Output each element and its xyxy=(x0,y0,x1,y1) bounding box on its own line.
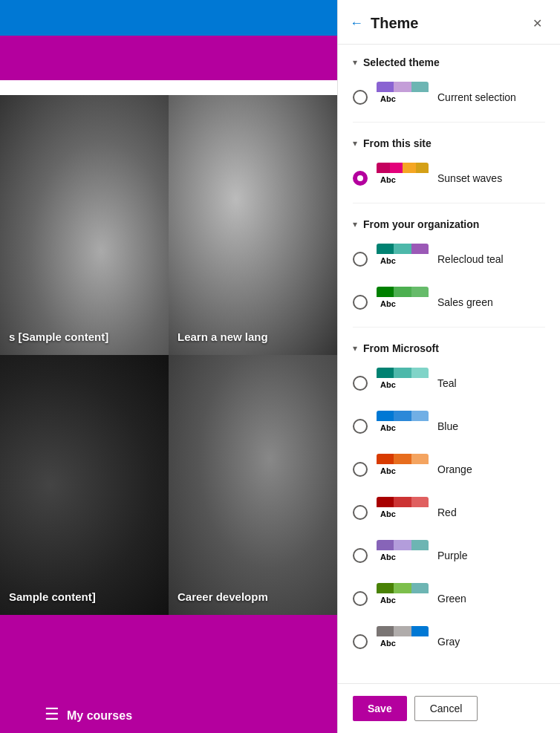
swatch-teal: Abc xyxy=(377,368,429,399)
chevron-down-icon: ▾ xyxy=(353,57,357,68)
chevron-down-icon-2: ▾ xyxy=(353,138,357,149)
bottom-bar: ☰ My courses xyxy=(0,615,337,733)
radio-orange[interactable] xyxy=(353,462,368,477)
swatch-abc-current: Abc xyxy=(377,92,429,105)
top-bar xyxy=(0,0,337,36)
card2-label: Learn a new lang xyxy=(178,330,268,343)
swatch-abc-red: Abc xyxy=(377,507,429,521)
theme-name-current-selection: Current selection xyxy=(437,91,516,103)
option-current-selection[interactable]: Abc Current selection xyxy=(353,76,545,119)
image-grid: s [Sample content] Learn a new lang Samp… xyxy=(0,95,337,615)
panel-header-left: ← Theme xyxy=(350,15,418,32)
swatch-sunset-waves: Abc xyxy=(377,163,429,194)
card-handshake: s [Sample content] xyxy=(0,95,169,355)
swatch-orange: Abc xyxy=(377,454,429,485)
card3-label: Sample content] xyxy=(9,590,96,603)
theme-name-relecloud-teal: Relecloud teal xyxy=(437,253,504,265)
option-sales-green[interactable]: Abc Sales green xyxy=(353,281,545,324)
theme-name-green: Green xyxy=(437,593,466,605)
card-team: Career developm xyxy=(169,355,337,615)
theme-name-gray: Gray xyxy=(437,636,460,648)
swatch-abc-orange: Abc xyxy=(377,464,429,478)
section-selected-theme[interactable]: ▾ Selected theme xyxy=(353,45,545,76)
swatch-sales-green: Abc xyxy=(377,287,429,318)
swatch-gray: Abc xyxy=(377,626,429,657)
chevron-down-icon-3: ▾ xyxy=(353,219,357,229)
chevron-down-icon-4: ▾ xyxy=(353,343,357,354)
swatch-abc-purple: Abc xyxy=(377,550,429,564)
section-from-this-site[interactable]: ▾ From this site xyxy=(353,126,545,157)
swatch-relecloud-teal: Abc xyxy=(377,244,429,275)
radio-teal[interactable] xyxy=(353,376,368,391)
back-icon: ← xyxy=(350,16,363,31)
my-courses-icon: ☰ xyxy=(45,705,59,724)
panel-footer: Save Cancel xyxy=(338,683,560,733)
radio-gray[interactable] xyxy=(353,634,368,649)
theme-name-blue: Blue xyxy=(437,420,458,432)
section-from-your-org-label: From your organization xyxy=(363,218,479,230)
radio-blue[interactable] xyxy=(353,419,368,434)
option-green[interactable]: Abc Green xyxy=(353,577,545,620)
panel-title: Theme xyxy=(371,15,418,32)
divider-3 xyxy=(353,327,545,328)
panel-header: ← Theme ✕ xyxy=(338,0,560,45)
swatch-red: Abc xyxy=(377,497,429,528)
radio-red[interactable] xyxy=(353,505,368,520)
option-teal[interactable]: Abc Teal xyxy=(353,362,545,405)
section-from-microsoft-label: From Microsoft xyxy=(363,342,439,354)
section-selected-theme-label: Selected theme xyxy=(363,56,440,68)
close-button[interactable]: ✕ xyxy=(530,13,545,33)
swatch-abc-relecloud: Abc xyxy=(377,254,429,267)
theme-name-teal: Teal xyxy=(437,377,457,389)
theme-name-purple: Purple xyxy=(437,550,467,561)
section-from-this-site-label: From this site xyxy=(363,137,432,149)
close-icon: ✕ xyxy=(533,17,542,30)
radio-current-selection[interactable] xyxy=(353,90,368,105)
swatch-abc-teal: Abc xyxy=(377,378,429,391)
swatch-blue: Abc xyxy=(377,411,429,442)
theme-panel: ← Theme ✕ ▾ Selected theme Abc Current s xyxy=(337,0,560,733)
radio-sunset-waves[interactable] xyxy=(353,171,368,186)
background-content: s [Sample content] Learn a new lang Samp… xyxy=(0,0,337,733)
card1-label: s [Sample content] xyxy=(9,330,108,343)
option-purple[interactable]: Abc Purple xyxy=(353,534,545,577)
option-blue[interactable]: Abc Blue xyxy=(353,405,545,448)
option-gray[interactable]: Abc Gray xyxy=(353,620,545,663)
option-red[interactable]: Abc Red xyxy=(353,491,545,534)
swatch-abc-gray: Abc xyxy=(377,636,429,650)
cancel-button[interactable]: Cancel xyxy=(414,696,478,721)
swatch-abc-green: Abc xyxy=(377,593,429,607)
theme-name-orange: Orange xyxy=(437,463,472,475)
radio-purple[interactable] xyxy=(353,548,368,563)
divider-2 xyxy=(353,203,545,203)
card4-label: Career developm xyxy=(178,590,268,603)
divider-1 xyxy=(353,122,545,123)
radio-sales-green[interactable] xyxy=(353,295,368,310)
section-from-your-org[interactable]: ▾ From your organization xyxy=(353,206,545,238)
theme-name-sunset-waves: Sunset waves xyxy=(437,172,502,184)
theme-name-red: Red xyxy=(437,506,457,518)
section-from-microsoft[interactable]: ▾ From Microsoft xyxy=(353,330,545,362)
theme-name-sales-green: Sales green xyxy=(437,296,493,308)
card-woman: Sample content] xyxy=(0,355,169,615)
option-orange[interactable]: Abc Orange xyxy=(353,448,545,491)
white-strip xyxy=(0,80,337,95)
swatch-abc-blue: Abc xyxy=(377,421,429,434)
radio-relecloud-teal[interactable] xyxy=(353,252,368,267)
card-office: Learn a new lang xyxy=(169,95,337,355)
my-courses-text: My courses xyxy=(67,709,132,724)
swatch-purple: Abc xyxy=(377,540,429,571)
option-relecloud-teal[interactable]: Abc Relecloud teal xyxy=(353,238,545,281)
swatch-abc-sunset: Abc xyxy=(377,173,429,186)
panel-body: ▾ Selected theme Abc Current selection ▾… xyxy=(338,45,560,683)
save-button[interactable]: Save xyxy=(353,696,407,721)
back-button[interactable]: ← xyxy=(350,16,363,31)
swatch-green: Abc xyxy=(377,583,429,614)
swatch-abc-sales: Abc xyxy=(377,297,429,310)
option-sunset-waves[interactable]: Abc Sunset waves xyxy=(353,157,545,200)
pink-bar xyxy=(0,36,337,80)
swatch-current-selection: Abc xyxy=(377,82,429,113)
radio-green[interactable] xyxy=(353,591,368,606)
